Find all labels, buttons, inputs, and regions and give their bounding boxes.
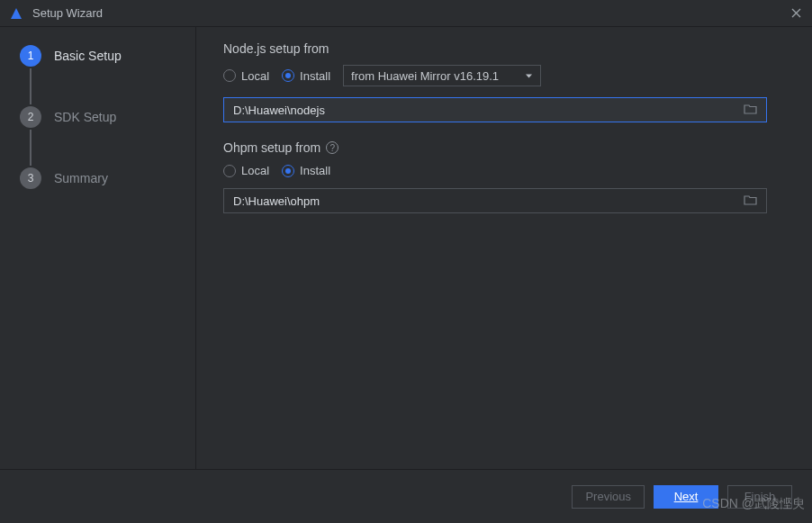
app-logo-icon bbox=[9, 6, 23, 21]
folder-icon[interactable] bbox=[744, 194, 757, 208]
ohpm-local-radio[interactable]: Local bbox=[223, 164, 269, 177]
step-number: 3 bbox=[20, 167, 41, 189]
ohpm-install-radio[interactable]: Install bbox=[282, 164, 330, 177]
footer-bar: Previous Next Finish bbox=[0, 469, 812, 523]
title-bar: Setup Wizard bbox=[0, 0, 812, 27]
step-number: 2 bbox=[20, 106, 41, 128]
step-label: SDK Setup bbox=[54, 110, 116, 124]
next-button[interactable]: Next bbox=[654, 485, 718, 509]
nodejs-section-label: Node.js setup from bbox=[223, 41, 785, 56]
ohpm-radio-row: Local Install bbox=[223, 164, 785, 177]
chevron-down-icon bbox=[525, 69, 533, 83]
step-summary[interactable]: 3 Summary bbox=[20, 166, 195, 191]
radio-dot-icon bbox=[282, 165, 294, 177]
step-label: Basic Setup bbox=[54, 49, 122, 63]
step-label: Summary bbox=[54, 171, 108, 185]
radio-label: Local bbox=[241, 69, 269, 83]
help-icon[interactable]: ? bbox=[326, 141, 338, 154]
radio-dot-icon bbox=[223, 69, 236, 82]
dropdown-value: from Huawei Mirror v16.19.1 bbox=[351, 69, 499, 83]
ohpm-section-label: Ohpm setup from ? bbox=[223, 140, 785, 155]
step-basic-setup[interactable]: 1 Basic Setup bbox=[20, 43, 195, 68]
path-value: D:\Huawei\nodejs bbox=[233, 104, 325, 117]
ohpm-section-text: Ohpm setup from bbox=[223, 140, 320, 155]
step-connector bbox=[30, 130, 32, 166]
nodejs-radio-row: Local Install from Huawei Mirror v16.19.… bbox=[223, 65, 785, 86]
window-title: Setup Wizard bbox=[32, 6, 103, 20]
nodejs-install-radio[interactable]: Install bbox=[282, 69, 330, 83]
path-value: D:\Huawei\ohpm bbox=[233, 194, 320, 208]
wizard-steps-sidebar: 1 Basic Setup 2 SDK Setup 3 Summary bbox=[0, 27, 196, 469]
main-area: 1 Basic Setup 2 SDK Setup 3 Summary Node… bbox=[0, 27, 812, 469]
step-connector bbox=[30, 68, 32, 104]
radio-label: Install bbox=[300, 69, 330, 83]
previous-button[interactable]: Previous bbox=[572, 485, 645, 509]
step-number: 1 bbox=[20, 45, 41, 67]
close-icon[interactable] bbox=[789, 6, 803, 21]
radio-dot-icon bbox=[223, 165, 236, 177]
content-pane: Node.js setup from Local Install from Hu… bbox=[196, 27, 812, 469]
radio-label: Local bbox=[241, 164, 269, 177]
nodejs-mirror-dropdown[interactable]: from Huawei Mirror v16.19.1 bbox=[343, 65, 541, 86]
nodejs-local-radio[interactable]: Local bbox=[223, 69, 269, 83]
finish-button[interactable]: Finish bbox=[727, 485, 792, 509]
radio-label: Install bbox=[300, 164, 330, 177]
step-sdk-setup[interactable]: 2 SDK Setup bbox=[20, 104, 195, 130]
nodejs-path-input[interactable]: D:\Huawei\nodejs bbox=[223, 97, 767, 122]
radio-dot-icon bbox=[282, 69, 294, 82]
ohpm-path-input[interactable]: D:\Huawei\ohpm bbox=[223, 188, 767, 213]
folder-icon[interactable] bbox=[744, 104, 757, 117]
